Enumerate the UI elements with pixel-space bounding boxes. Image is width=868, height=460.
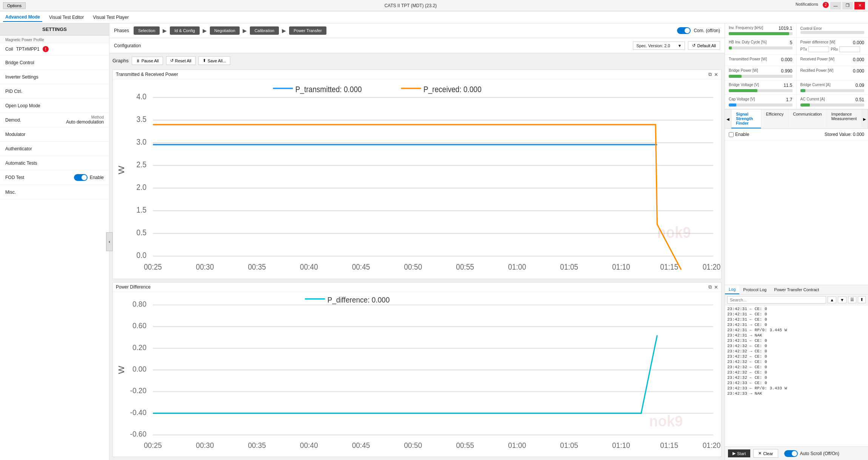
log-export-button[interactable]: ⬆ (858, 296, 866, 303)
svg-text:00:50: 00:50 (404, 441, 422, 449)
demod-label: Demod. (5, 117, 21, 123)
close-button[interactable]: ✕ (854, 2, 865, 9)
svg-text:00:40: 00:40 (300, 441, 318, 449)
sidebar-item-authenticator[interactable]: Authenticator (0, 142, 109, 156)
tab-impedance[interactable]: Impedance Measurement (827, 110, 862, 128)
log-start-button[interactable]: ▶ Start (728, 449, 750, 457)
log-section: Log Protocol Log Power Transfer Contract… (725, 285, 868, 460)
ptx-input[interactable] (808, 46, 829, 52)
phase-arrow-3: ▶ (243, 28, 247, 34)
stored-value: Stored Value: 0.000 (825, 132, 864, 137)
sidebar-item-pid-ctrl[interactable]: PID Ctrl. (0, 84, 109, 99)
phase-id-config[interactable]: Id & Config (170, 26, 199, 35)
chart2-close-button[interactable]: ✕ (714, 284, 718, 290)
coil-title: Magnetic Power Profile (5, 38, 44, 42)
chart2-icons: ⧉ ✕ (708, 284, 718, 290)
default-all-button[interactable]: ↺ Default All (688, 41, 720, 50)
tab-scroll-left[interactable]: ◀ (725, 110, 731, 128)
pause-icon: ⏸ (136, 59, 140, 63)
fod-toggle[interactable] (74, 174, 88, 181)
prx-input[interactable] (839, 46, 860, 52)
tabs-row: ◀ Signal Strength Finder Efficiency Comm… (725, 110, 868, 129)
svg-text:-0.40: -0.40 (130, 408, 147, 417)
tab-scroll-right[interactable]: ▶ (862, 110, 868, 128)
tx-power-label: Transmitted Power [W] (729, 57, 767, 63)
options-button[interactable]: Options (3, 2, 26, 9)
menu-advanced-mode[interactable]: Advanced Mode (3, 13, 42, 22)
reset-all-button[interactable]: ↺ Reset All (166, 56, 195, 65)
metrics-grid: Inv. Frequency [kHz] 1019.1 Control Erro… (725, 23, 868, 110)
clear-icon: ✕ (758, 451, 762, 456)
tab-communication[interactable]: Communication (788, 110, 826, 128)
sidebar-item-open-loop-mode[interactable]: Open Loop Mode (0, 99, 109, 113)
log-clear-button[interactable]: ✕ Clear (753, 449, 778, 458)
log-tab-log[interactable]: Log (725, 285, 739, 294)
coil-value: TPT#MPP1 (16, 46, 40, 52)
cap-volt-cell: Cap Voltage [V] 1.7 (725, 95, 797, 109)
log-search-up-button[interactable]: ▲ (828, 296, 836, 303)
log-entry: 23:42:31 ← CE: 0 (727, 338, 866, 343)
coil-header: Magnetic Power Profile (0, 36, 109, 44)
bridge-volt-value: 11.5 (783, 83, 792, 88)
sidebar-item-inverter-settings[interactable]: Inverter Settings (0, 70, 109, 84)
log-entry: 23:42:31 ← CE: 0 (727, 312, 866, 317)
svg-text:0.0: 0.0 (137, 251, 147, 259)
phases-bar: Phases Selection ▶ Id & Config ▶ Negotia… (109, 23, 725, 38)
com-toggle[interactable] (677, 27, 691, 34)
save-all-button[interactable]: ⬆ Save All... (199, 56, 230, 65)
sidebar-item-bridge-control[interactable]: Bridge Control (0, 56, 109, 70)
chart1-close-button[interactable]: ✕ (714, 71, 718, 77)
bridge-power-value: 0.990 (781, 68, 792, 74)
log-entry: 23:42:32 → CE: 0 (727, 349, 866, 354)
log-entry: 23:42:32 ← CE: 0 (727, 359, 866, 364)
menu-visual-test-player[interactable]: Visual Test Player (91, 13, 131, 22)
svg-text:W: W (117, 165, 126, 174)
log-list-button[interactable]: ☰ (848, 296, 856, 303)
svg-text:0.80: 0.80 (132, 299, 146, 308)
sidebar-item-fod-test: FOD Test Enable (0, 170, 109, 185)
modulator-label: Modulator (5, 132, 25, 137)
svg-text:00:50: 00:50 (404, 262, 422, 271)
log-entry: 23:42:32 ← CE: 0 (727, 364, 866, 370)
pause-all-button[interactable]: ⏸ Pause All (132, 57, 163, 65)
titlebar: Options CATS II TPT (MDT) (23.2) Notific… (0, 0, 868, 11)
svg-text:00:55: 00:55 (456, 262, 474, 271)
sidebar-item-demod[interactable]: Demod. Method Auto demodulation (0, 113, 109, 127)
tab-efficiency[interactable]: Efficiency (761, 110, 788, 128)
log-entry: 23:42:33 ← RP/0: 3.433 W (727, 386, 866, 391)
log-tab-protocol[interactable]: Protocol Log (739, 286, 770, 294)
sidebar-item-automatic-tests[interactable]: Automatic Tests (0, 156, 109, 170)
phase-calibration[interactable]: Calibration (250, 26, 279, 35)
chart1-expand-button[interactable]: ⧉ (708, 71, 712, 77)
center-panel: Phases Selection ▶ Id & Config ▶ Negotia… (109, 23, 725, 460)
sidebar-item-modulator[interactable]: Modulator (0, 127, 109, 142)
phase-power-transfer[interactable]: Power Transfer (289, 26, 326, 35)
restore-button[interactable]: ❐ (842, 2, 853, 9)
chart2-expand-button[interactable]: ⧉ (708, 284, 712, 290)
prx-label: PRx (831, 47, 838, 51)
svg-text:2.0: 2.0 (137, 183, 147, 191)
coil-label: Coil (5, 46, 13, 52)
sidebar-item-misc[interactable]: Misc. (0, 185, 109, 199)
minimize-button[interactable]: — (830, 2, 841, 9)
phase-negotiation[interactable]: Negotiation (210, 26, 240, 35)
log-search-down-button[interactable]: ▼ (838, 296, 846, 303)
spec-version-label: Spec. Version: 2.0 (636, 43, 670, 48)
auto-scroll-toggle[interactable] (784, 450, 798, 457)
hb-duty-bar-fill (729, 46, 732, 49)
menu-visual-test-editor[interactable]: Visual Test Editor (47, 13, 86, 22)
chart2-container: Power Difference ⧉ ✕ (112, 282, 722, 457)
svg-text:01:00: 01:00 (508, 262, 526, 271)
log-tab-contract[interactable]: Power Transfer Contract (770, 286, 823, 294)
inverter-settings-label: Inverter Settings (5, 74, 38, 80)
spec-version-dropdown[interactable]: Spec. Version: 2.0 ▼ (633, 42, 685, 50)
sidebar-collapse-button[interactable]: ‹ (106, 232, 113, 251)
log-search-input[interactable] (727, 296, 826, 304)
graphs-title: Graphs (112, 58, 129, 63)
rect-power-value: 0.000 (853, 68, 864, 74)
phase-selection[interactable]: Selection (134, 26, 160, 35)
tab-signal-strength[interactable]: Signal Strength Finder (731, 110, 761, 128)
enable-checkbox[interactable] (729, 132, 734, 137)
authenticator-label: Authenticator (5, 146, 32, 151)
play-icon: ▶ (733, 451, 736, 456)
